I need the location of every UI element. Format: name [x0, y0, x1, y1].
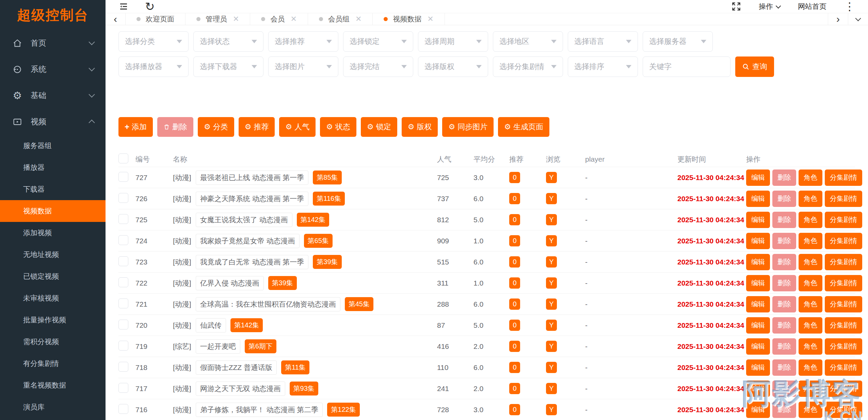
sidebar-submenu-item[interactable]: 重名视频数据 [0, 374, 106, 396]
video-title-link[interactable]: 全球高温：我在末世囤积百亿物资动态漫画 [196, 297, 340, 311]
filter-select[interactable]: 选择推荐 [268, 31, 338, 52]
edit-button[interactable]: 编辑 [746, 169, 770, 186]
filter-select[interactable]: 选择分类 [118, 31, 189, 52]
recommend-toggle-badge[interactable]: 0 [509, 320, 520, 331]
view-toggle-badge[interactable]: Y [546, 256, 557, 268]
episodes-plot-button[interactable]: 分集剧情 [825, 359, 862, 376]
row-delete-button[interactable]: 删除 [772, 296, 796, 312]
sidebar-submenu-item[interactable]: 播放器 [0, 157, 106, 178]
row-delete-button[interactable]: 删除 [772, 275, 796, 291]
role-button[interactable]: 角色 [799, 296, 822, 312]
view-toggle-badge[interactable]: Y [546, 404, 557, 415]
site-home-link[interactable]: 网站首页 [798, 2, 826, 11]
sidebar-submenu-item[interactable]: 有分集剧情 [0, 353, 106, 374]
edit-button[interactable]: 编辑 [746, 296, 770, 312]
refresh-icon[interactable]: ↻ [145, 1, 155, 12]
row-delete-button[interactable]: 删除 [772, 169, 796, 186]
row-checkbox[interactable] [118, 404, 128, 414]
row-checkbox[interactable] [118, 277, 128, 287]
video-title-link[interactable]: 最强老祖已上线 动态漫画 第一季 [196, 171, 309, 185]
role-button[interactable]: 角色 [799, 275, 822, 291]
tab-close-icon[interactable]: ✕ [427, 15, 433, 23]
sidebar-submenu-item[interactable]: 下载器 [0, 178, 106, 200]
generate-pages-button[interactable]: ⚙生成页面 [498, 117, 549, 137]
recommend-toggle-badge[interactable]: 0 [509, 256, 520, 268]
role-button[interactable]: 角色 [799, 212, 822, 228]
view-toggle-badge[interactable]: Y [546, 172, 557, 183]
role-button[interactable]: 角色 [799, 381, 822, 397]
row-checkbox[interactable] [118, 214, 128, 224]
tabs-scroll-right-button[interactable]: › [828, 13, 848, 25]
edit-button[interactable]: 编辑 [746, 338, 770, 355]
tab[interactable]: 视频数据 ✕ [373, 13, 445, 25]
row-checkbox[interactable] [118, 193, 128, 203]
recommend-button[interactable]: ⚙推荐 [239, 117, 275, 137]
row-delete-button[interactable]: 删除 [772, 254, 796, 270]
add-button[interactable]: +添加 [118, 117, 153, 137]
keyword-input[interactable] [643, 56, 730, 77]
video-title-link[interactable]: 仙武传 [196, 318, 226, 333]
episodes-plot-button[interactable]: 分集剧情 [825, 402, 862, 418]
video-title-link[interactable]: 弟子修炼，我躺平！ 动态漫画 第二季 [196, 403, 323, 417]
copyright-button[interactable]: ⚙版权 [402, 117, 438, 137]
row-delete-button[interactable]: 删除 [772, 381, 796, 397]
edit-button[interactable]: 编辑 [746, 402, 770, 418]
row-checkbox[interactable] [118, 235, 128, 245]
filter-select[interactable]: 选择地区 [493, 31, 563, 52]
row-delete-button[interactable]: 删除 [772, 317, 796, 334]
filter-select[interactable]: 选择服务器 [643, 31, 713, 52]
edit-button[interactable]: 编辑 [746, 317, 770, 334]
edit-button[interactable]: 编辑 [746, 254, 770, 270]
role-button[interactable]: 角色 [799, 254, 822, 270]
delete-button[interactable]: 删除 [157, 117, 193, 137]
video-title-link[interactable]: 我家娘子竟然是女帝 动态漫画 [196, 234, 300, 248]
recommend-toggle-badge[interactable]: 0 [509, 193, 520, 204]
tab[interactable]: 会员组 ✕ [308, 13, 373, 25]
video-title-link[interactable]: 神豪之天降系统 动态漫画 第一季 [196, 192, 309, 206]
tab[interactable]: 管理员 ✕ [186, 13, 250, 25]
recommend-toggle-badge[interactable]: 0 [509, 362, 520, 373]
episodes-plot-button[interactable]: 分集剧情 [825, 191, 862, 207]
tab-close-icon[interactable]: ✕ [290, 15, 296, 23]
tabs-scroll-left-button[interactable]: ‹ [106, 13, 126, 25]
filter-select[interactable]: 选择完结 [343, 56, 413, 77]
tab[interactable]: 欢迎页面 [126, 13, 186, 25]
sidebar-item-basic[interactable]: ⚙ 基础 [0, 82, 106, 109]
row-checkbox[interactable] [118, 320, 128, 329]
edit-button[interactable]: 编辑 [746, 191, 770, 207]
view-toggle-badge[interactable]: Y [546, 277, 557, 289]
role-button[interactable]: 角色 [799, 359, 822, 376]
fullscreen-icon[interactable] [732, 2, 741, 11]
row-delete-button[interactable]: 删除 [772, 402, 796, 418]
sidebar-submenu-item[interactable]: 批量操作视频 [0, 309, 106, 331]
collapse-sidebar-icon[interactable] [118, 1, 129, 12]
role-button[interactable]: 角色 [799, 191, 822, 207]
edit-button[interactable]: 编辑 [746, 359, 770, 376]
sidebar-item-video[interactable]: 视频 [0, 109, 106, 135]
recommend-toggle-badge[interactable]: 0 [509, 235, 520, 246]
sidebar-submenu-item[interactable]: 未审核视频 [0, 287, 106, 309]
filter-select[interactable]: 选择锁定 [343, 31, 413, 52]
view-toggle-badge[interactable]: Y [546, 320, 557, 331]
select-all-checkbox[interactable] [118, 154, 128, 163]
sidebar-item-system[interactable]: 系统 [0, 56, 106, 82]
view-toggle-badge[interactable]: Y [546, 298, 557, 310]
episodes-plot-button[interactable]: 分集剧情 [825, 317, 862, 334]
filter-select[interactable]: 选择周期 [418, 31, 488, 52]
action-dropdown[interactable]: 操作 [759, 2, 780, 11]
recommend-toggle-badge[interactable]: 0 [509, 404, 520, 415]
tab-close-icon[interactable]: ✕ [233, 15, 239, 23]
filter-select[interactable]: 选择版权 [418, 56, 488, 77]
video-title-link[interactable]: 女魔王说我太强了 动态漫画 [196, 213, 292, 227]
category-button[interactable]: ⚙分类 [198, 117, 234, 137]
view-toggle-badge[interactable]: Y [546, 235, 557, 246]
row-checkbox[interactable] [118, 383, 128, 393]
sidebar-item-home[interactable]: 首页 [0, 30, 106, 56]
filter-select[interactable]: 选择分集剧情 [493, 56, 563, 77]
recommend-toggle-badge[interactable]: 0 [509, 298, 520, 310]
row-delete-button[interactable]: 删除 [772, 191, 796, 207]
view-toggle-badge[interactable]: Y [546, 214, 557, 225]
episodes-plot-button[interactable]: 分集剧情 [825, 296, 862, 312]
recommend-toggle-badge[interactable]: 0 [509, 214, 520, 225]
episodes-plot-button[interactable]: 分集剧情 [825, 381, 862, 397]
